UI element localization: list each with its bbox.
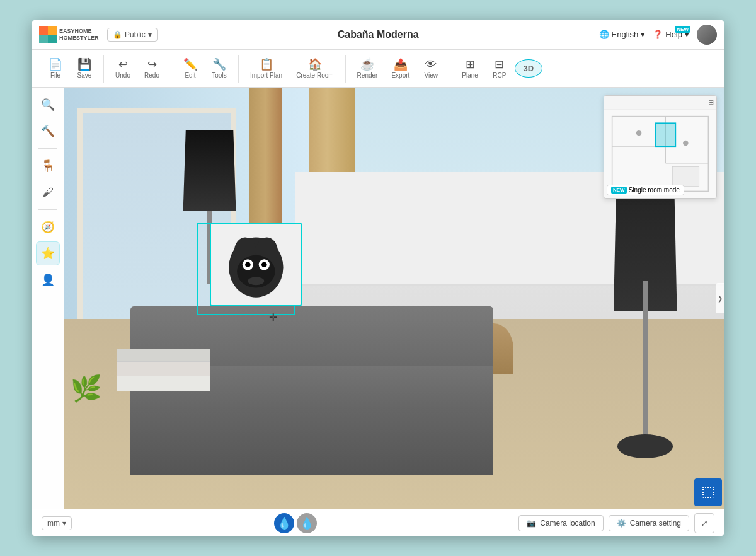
edit-button[interactable]: ✏️ Edit bbox=[176, 55, 204, 83]
unit-chevron-icon: ▾ bbox=[62, 519, 66, 528]
lock-icon: 🔒 bbox=[113, 30, 122, 39]
view-icon: 👁 bbox=[425, 59, 437, 70]
file-icon: 📄 bbox=[49, 59, 62, 70]
tools-button[interactable]: 🔧 Tools bbox=[205, 55, 233, 83]
rcp-icon: ⊟ bbox=[495, 59, 504, 70]
svg-point-20 bbox=[683, 141, 688, 146]
camera-setting-button[interactable]: ⚙️ Camera setting bbox=[609, 515, 689, 531]
export-button[interactable]: 📤 Export bbox=[385, 55, 416, 83]
floor-lamp-right bbox=[605, 163, 685, 458]
svg-point-13 bbox=[248, 277, 264, 285]
svg-rect-1 bbox=[48, 26, 57, 35]
indoor-plant: 🌿 bbox=[71, 298, 123, 403]
furniture-sidebar-button[interactable]: 🪑 bbox=[36, 154, 60, 178]
build-sidebar-button[interactable]: 🔨 bbox=[36, 119, 60, 143]
star-icon: ⭐ bbox=[41, 246, 55, 260]
profile-sidebar-button[interactable]: 👤 bbox=[36, 268, 60, 292]
3d-button[interactable]: 3D bbox=[515, 59, 542, 78]
unit-selector[interactable]: mm ▾ bbox=[42, 516, 72, 530]
render-button[interactable]: ☕ Render bbox=[351, 55, 384, 83]
camera-location-label: Camera location bbox=[540, 519, 595, 528]
rcp-label: RCP bbox=[493, 72, 506, 79]
unit-label: mm bbox=[47, 519, 60, 528]
sofa bbox=[130, 306, 493, 475]
bottom-right-controls: 📷 Camera location ⚙️ Camera setting ⤢ bbox=[518, 513, 714, 533]
coffee-table-books bbox=[117, 349, 210, 391]
project-title: Cabaña Moderna bbox=[163, 29, 594, 40]
sidebar-divider-2 bbox=[38, 209, 57, 210]
import-plan-label: Import Plan bbox=[250, 72, 282, 79]
compass-icon: 🧭 bbox=[41, 220, 55, 234]
minimap-icon: ⊞ bbox=[708, 98, 714, 107]
save-label: Save bbox=[77, 72, 92, 79]
user-avatar[interactable] bbox=[697, 25, 717, 45]
export-label: Export bbox=[391, 72, 410, 79]
help-widget-button[interactable] bbox=[694, 478, 722, 506]
svg-rect-18 bbox=[656, 123, 676, 146]
public-button[interactable]: 🔒 Public ▾ bbox=[107, 28, 158, 42]
svg-point-11 bbox=[245, 262, 251, 267]
edit-icon: ✏️ bbox=[183, 59, 197, 70]
right-panel-collapse[interactable]: ❯ bbox=[716, 283, 724, 313]
top-bar-right: 🌐 English ▾ ❓ Help ▾ NEW bbox=[599, 25, 717, 45]
file-button[interactable]: 📄 File bbox=[42, 55, 69, 83]
save-button[interactable]: 💾 Save bbox=[71, 55, 98, 83]
toolbar: 📄 File 💾 Save ↩ Undo ↪ Redo ✏️ Edit bbox=[32, 50, 724, 88]
single-room-label: Single room mode bbox=[629, 187, 680, 194]
logo-text-line2: HOMESTYLER bbox=[59, 35, 99, 42]
undo-icon: ↩ bbox=[118, 59, 128, 70]
import-plan-button[interactable]: 📋 Import Plan bbox=[244, 55, 289, 83]
paint-sidebar-button[interactable]: 🖌 bbox=[36, 180, 60, 204]
svg-rect-21 bbox=[672, 166, 699, 187]
camera-location-icon: 📷 bbox=[527, 519, 536, 528]
search-sidebar-button[interactable]: 🔍 bbox=[36, 93, 60, 117]
person-icon: 👤 bbox=[41, 273, 55, 287]
paint-primary-button[interactable]: 💧 bbox=[274, 513, 294, 533]
redo-button[interactable]: ↪ Redo bbox=[138, 55, 166, 83]
sidebar-divider-1 bbox=[38, 148, 57, 149]
toolbar-group-edit: ✏️ Edit 🔧 Tools bbox=[176, 55, 239, 83]
create-room-button[interactable]: 🏠 Create Room bbox=[290, 55, 340, 83]
hammer-icon: 🔨 bbox=[41, 124, 55, 138]
paint-drop-icon: 💧 bbox=[277, 516, 291, 530]
fullscreen-button[interactable]: ⤢ bbox=[694, 513, 714, 533]
help-button[interactable]: ❓ Help ▾ NEW bbox=[653, 30, 689, 39]
save-icon: 💾 bbox=[77, 59, 91, 70]
svg-rect-2 bbox=[39, 35, 48, 43]
question-circle-icon: ❓ bbox=[653, 30, 663, 39]
favorites-sidebar-button[interactable]: ⭐ bbox=[36, 241, 60, 265]
main-content: 🔍 🔨 🪑 🖌 🧭 ⭐ 👤 bbox=[32, 88, 724, 509]
camera-setting-icon: ⚙️ bbox=[617, 519, 626, 528]
toolbar-group-history: ↩ Undo ↪ Redo bbox=[109, 55, 171, 83]
left-sidebar: 🔍 🔨 🪑 🖌 🧭 ⭐ 👤 bbox=[32, 88, 64, 509]
svg-rect-3 bbox=[48, 35, 57, 43]
compass-sidebar-button[interactable]: 🧭 bbox=[36, 215, 60, 239]
toolbar-group-file: 📄 File 💾 Save bbox=[42, 55, 104, 83]
svg-point-12 bbox=[261, 262, 267, 267]
undo-label: Undo bbox=[115, 72, 130, 79]
plane-button[interactable]: ⊞ Plane bbox=[455, 55, 484, 83]
top-bar: EASYHOME HOMESTYLER 🔒 Public ▾ Cabaña Mo… bbox=[32, 20, 724, 50]
search-icon: 🔍 bbox=[41, 98, 55, 112]
camera-location-button[interactable]: 📷 Camera location bbox=[518, 515, 603, 531]
plane-icon: ⊞ bbox=[466, 59, 475, 70]
single-room-new-badge: NEW bbox=[611, 187, 627, 194]
render-label: Render bbox=[357, 72, 378, 79]
paint-secondary-button[interactable]: 💧 bbox=[297, 513, 317, 533]
3d-label: 3D bbox=[524, 64, 534, 73]
expand-icon: ⤢ bbox=[701, 518, 708, 528]
tools-icon: 🔧 bbox=[212, 59, 226, 70]
globe-icon: 🌐 bbox=[599, 30, 609, 39]
create-room-label: Create Room bbox=[296, 72, 333, 79]
lang-chevron-icon: ▾ bbox=[641, 30, 645, 39]
rcp-button[interactable]: ⊟ RCP bbox=[486, 55, 513, 83]
redo-label: Redo bbox=[144, 72, 159, 79]
bottom-bar: mm ▾ 💧 💧 📷 Camera location ⚙️ Camera set… bbox=[32, 509, 724, 536]
bottom-center-controls: 💧 💧 bbox=[79, 513, 511, 533]
undo-button[interactable]: ↩ Undo bbox=[109, 55, 137, 83]
app-logo-icon bbox=[39, 26, 57, 43]
language-label: English bbox=[612, 30, 639, 39]
view-button[interactable]: 👁 View bbox=[417, 55, 445, 83]
language-button[interactable]: 🌐 English ▾ bbox=[599, 30, 646, 39]
3d-viewport[interactable]: ✛ 🌿 ⊞ bbox=[64, 88, 724, 509]
